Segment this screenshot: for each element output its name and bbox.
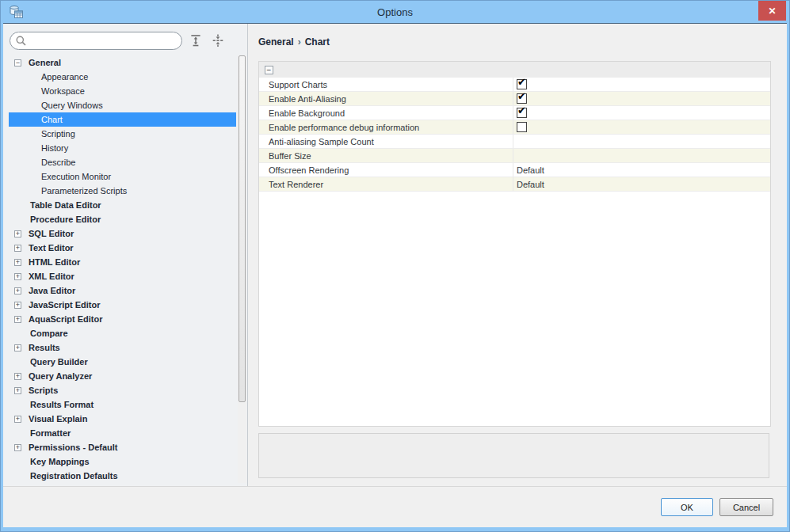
property-row-enable-anti-aliasing: Enable Anti-Aliasing✔ (259, 92, 770, 106)
group-collapse-icon[interactable]: − (265, 66, 273, 74)
property-value-cell[interactable]: ✔ (513, 106, 770, 120)
sidebar-item-label: Describe (41, 158, 75, 167)
check-icon: ✔ (517, 104, 526, 116)
sidebar-item-compare[interactable]: Compare (9, 326, 236, 340)
tree-expand-icon[interactable]: + (14, 273, 21, 280)
tree-expand-icon[interactable]: + (14, 245, 21, 252)
chart-settings-panel: − Support Charts✔Enable Anti-Aliasing✔En… (258, 61, 771, 427)
cancel-button[interactable]: Cancel (719, 498, 773, 516)
property-value-cell[interactable]: Default (513, 163, 770, 177)
sidebar-item-query-builder[interactable]: Query Builder (9, 355, 236, 369)
property-value: Default (517, 180, 544, 189)
sidebar-item-procedure-editor[interactable]: Procedure Editor (9, 212, 236, 226)
sidebar-item-visual-explain[interactable]: +Visual Explain (9, 412, 236, 426)
sidebar-item-key-mappings[interactable]: Key Mappings (9, 454, 236, 469)
ok-button[interactable]: OK (661, 498, 713, 516)
sidebar-item-history[interactable]: History (9, 141, 236, 155)
sidebar-item-label: Registration Defaults (30, 471, 118, 481)
sidebar-item-label: History (41, 143, 68, 153)
sidebar-item-parameterized-scripts[interactable]: Parameterized Scripts (9, 184, 236, 198)
sidebar-item-scripts[interactable]: +Scripts (9, 383, 236, 397)
property-row-anti-aliasing-sample-count: Anti-aliasing Sample Count (259, 135, 770, 149)
property-value-cell[interactable] (513, 135, 770, 148)
tree-expand-icon[interactable]: + (14, 344, 21, 352)
sidebar-item-label: Results Format (30, 400, 94, 409)
sidebar-item-label: General (29, 58, 61, 67)
property-value-cell[interactable] (513, 149, 770, 162)
sidebar-item-describe[interactable]: Describe (9, 155, 236, 169)
sidebar-item-java-editor[interactable]: +Java Editor (9, 283, 236, 298)
enable-anti-aliasing-checkbox[interactable]: ✔ (517, 93, 527, 104)
sidebar-item-label: Parameterized Scripts (41, 186, 127, 196)
sidebar-item-query-analyzer[interactable]: +Query Analyzer (9, 369, 236, 383)
sidebar-item-label: Procedure Editor (30, 215, 101, 224)
expand-all-icon[interactable] (189, 32, 204, 48)
property-row-support-charts: Support Charts✔ (259, 78, 770, 92)
sidebar-item-formatter[interactable]: Formatter (9, 426, 236, 440)
property-value-cell[interactable]: ✔ (513, 92, 770, 105)
dialog-footer: OK Cancel (3, 486, 787, 527)
property-row-buffer-size: Buffer Size (259, 149, 770, 163)
sidebar-item-permissions-default[interactable]: +Permissions - Default (9, 440, 236, 454)
sidebar-item-html-editor[interactable]: +HTML Editor (9, 255, 236, 269)
tree-expand-icon[interactable]: + (14, 230, 21, 238)
sidebar-item-sql-editor[interactable]: +SQL Editor (9, 226, 236, 241)
enable-background-checkbox[interactable]: ✔ (517, 108, 527, 118)
sidebar-item-label: Compare (30, 329, 68, 338)
tree-expand-icon[interactable]: + (14, 302, 21, 309)
sidebar-item-workspace[interactable]: Workspace (9, 84, 236, 98)
sidebar-item-label: Java Editor (29, 286, 75, 295)
collapse-all-icon[interactable] (211, 32, 227, 48)
tree-expand-icon[interactable]: + (14, 259, 21, 266)
sidebar-item-aquascript-editor[interactable]: +AquaScript Editor (9, 312, 236, 326)
tree-expand-icon[interactable]: + (14, 444, 21, 451)
sidebar-item-scripting[interactable]: Scripting (9, 127, 236, 141)
sidebar-item-registration-defaults[interactable]: Registration Defaults (9, 469, 236, 483)
sidebar-item-label: Visual Explain (29, 414, 87, 424)
sidebar-item-javascript-editor[interactable]: +JavaScript Editor (9, 298, 236, 312)
tree-collapse-icon[interactable]: − (14, 59, 21, 66)
search-input[interactable] (27, 34, 181, 48)
tree-scrollbar-thumb[interactable] (239, 55, 246, 402)
sidebar-item-label: Chart (41, 115, 63, 124)
enable-performance-debug-information-checkbox[interactable] (517, 122, 527, 132)
tree-expand-icon[interactable]: + (14, 316, 21, 323)
sidebar-item-label: Key Mappings (30, 457, 90, 466)
sidebar-item-text-editor[interactable]: +Text Editor (9, 241, 236, 255)
close-button[interactable]: ✕ (758, 1, 786, 21)
property-name: Buffer Size (259, 149, 513, 162)
property-row-offscreen-rendering: Offscreen RenderingDefault (259, 163, 770, 177)
property-value-cell[interactable] (513, 120, 770, 134)
sidebar-item-label: Results (29, 343, 60, 352)
property-name: Enable Anti-Aliasing (259, 92, 513, 105)
tree-expand-icon[interactable]: + (14, 416, 21, 423)
property-name: Enable performance debug information (259, 120, 513, 134)
tree-scrollbar[interactable] (238, 55, 246, 483)
tree-expand-icon[interactable]: + (14, 373, 21, 380)
sidebar-item-chart[interactable]: Chart (9, 112, 236, 127)
sidebar-item-xml-editor[interactable]: +XML Editor (9, 269, 236, 283)
sidebar-item-label: Table Data Editor (30, 200, 101, 210)
sidebar-item-label: Formatter (30, 428, 71, 438)
settings-content: General›Chart − Support Charts✔Enable An… (248, 24, 787, 486)
sidebar-item-results[interactable]: +Results (9, 340, 236, 355)
sidebar-item-query-windows[interactable]: Query Windows (9, 98, 236, 112)
sidebar-item-results-format[interactable]: Results Format (9, 397, 236, 412)
breadcrumb-separator: › (298, 36, 301, 48)
search-box[interactable] (10, 32, 182, 50)
property-value-cell[interactable]: ✔ (513, 78, 770, 91)
sidebar-item-general[interactable]: −General (9, 55, 236, 70)
support-charts-checkbox[interactable]: ✔ (517, 79, 527, 89)
sidebar-item-label: Query Analyzer (29, 371, 92, 381)
sidebar-item-execution-monitor[interactable]: Execution Monitor (9, 169, 236, 184)
sidebar-item-label: Execution Monitor (41, 172, 111, 181)
tree-expand-icon[interactable]: + (14, 387, 21, 394)
property-row-text-renderer: Text RendererDefault (259, 177, 770, 192)
sidebar-item-label: Workspace (41, 86, 85, 96)
sidebar-item-table-data-editor[interactable]: Table Data Editor (9, 198, 236, 212)
property-value: Default (517, 165, 544, 175)
sidebar-item-appearance[interactable]: Appearance (9, 70, 236, 84)
tree-expand-icon[interactable]: + (14, 287, 21, 294)
property-grid: Support Charts✔Enable Anti-Aliasing✔Enab… (259, 78, 770, 192)
property-value-cell[interactable]: Default (513, 177, 770, 191)
